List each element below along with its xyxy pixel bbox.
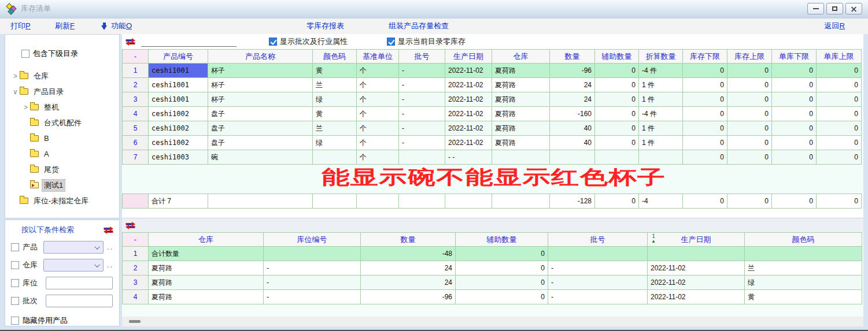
col-header[interactable]: 库存上限 [727,50,772,64]
cell[interactable]: - [399,64,445,78]
cell[interactable]: ceshi1002 [149,136,208,150]
cell[interactable]: 40 [550,121,595,136]
cell[interactable] [639,150,683,165]
cell[interactable]: -128 [550,194,595,209]
cell[interactable]: 4 [123,290,149,304]
col-header[interactable]: - [123,50,149,64]
cell[interactable]: 0 [817,136,862,150]
col-header[interactable]: 辅助数量 [456,233,548,247]
cell[interactable]: 绿 [313,136,357,150]
cell[interactable]: 黄 [313,64,357,78]
close-button[interactable] [845,3,862,14]
cell[interactable]: 2022-11-02 [445,92,492,107]
show-batch-checkbox[interactable] [269,38,277,46]
cell[interactable]: 0 [683,92,727,107]
cell[interactable] [550,150,595,165]
cell[interactable]: 个 [357,150,399,165]
cell[interactable]: 0 [727,78,772,92]
col-header[interactable]: 单库下限 [772,50,817,64]
cell[interactable]: 0 [683,150,727,165]
cell[interactable]: 0 [727,107,772,121]
cell[interactable]: 0 [595,194,639,209]
cell[interactable]: - [548,290,648,304]
cell[interactable]: 2 [123,261,149,276]
scrollbar-thumb[interactable] [129,320,141,323]
browse-button[interactable]: .. [107,243,113,251]
cell[interactable]: 杯子 [208,92,313,107]
cell[interactable] [648,247,745,261]
批次-input[interactable] [46,295,113,307]
cell[interactable]: ceshi1003 [149,150,208,165]
collapse-panel-icon[interactable] [104,226,113,234]
cell[interactable]: 0 [595,92,639,107]
cell[interactable]: 0 [772,92,817,107]
cell[interactable]: 2022-11-02 [445,107,492,121]
cell[interactable]: 24 [550,92,595,107]
cell[interactable]: 个 [357,78,399,92]
cell[interactable]: 1 件 [639,136,683,150]
cell[interactable]: 夏荷路 [492,136,550,150]
col-header[interactable]: 批号 [399,50,445,64]
cell[interactable]: 2022-11-02 [445,64,492,78]
cell[interactable]: 夏荷路 [492,107,550,121]
cell[interactable] [313,150,357,165]
cell[interactable]: 绿 [313,92,357,107]
col-header[interactable]: 折算数量 [639,50,683,64]
cell[interactable]: 夏荷路 [492,92,550,107]
cell[interactable]: 0 [772,150,817,165]
cell[interactable]: 夏荷路 [149,290,264,304]
cell[interactable]: 0 [772,64,817,78]
cell[interactable]: 0 [817,92,862,107]
chevron-down-icon[interactable] [93,259,103,271]
cell[interactable]: 夏荷路 [149,276,264,290]
chevron-right-icon[interactable]: > [21,103,30,111]
col-header[interactable]: - [123,233,149,247]
cell[interactable] [492,194,550,209]
cell[interactable]: 2 [123,78,149,92]
cell[interactable]: 0 [817,150,862,165]
tree-item-A[interactable]: A [5,146,119,162]
cell[interactable]: 夏荷路 [492,121,550,136]
table-row[interactable]: 2夏荷路-240-2022-11-02兰 [123,261,862,276]
cell[interactable]: 兰 [745,261,862,276]
assembly-stock-check-link[interactable]: 组装产品存量检查 [389,21,449,31]
cell[interactable]: 0 [727,136,772,150]
cell[interactable]: 2022-11-02 [648,261,745,276]
cell[interactable] [492,150,550,165]
cell[interactable]: 碗 [208,150,313,165]
cell[interactable]: -4 [639,194,683,209]
cell[interactable]: 盘子 [208,121,313,136]
table-row[interactable]: 3ceshi1001杯子绿个-2022-11-02夏荷路2401 件0000 [123,92,862,107]
cell[interactable] [595,150,639,165]
col-header[interactable]: 单库上限 [817,50,862,64]
table-row[interactable]: 7ceshi1003碗个- -0000 [123,150,862,165]
table-row[interactable]: 3夏荷路-240-2022-11-02绿 [123,276,862,290]
cell[interactable]: 1 件 [639,92,683,107]
cell[interactable]: 0 [456,247,548,261]
cell[interactable] [399,194,445,209]
col-header[interactable]: 数量 [550,50,595,64]
col-header[interactable]: 数量 [361,233,456,247]
cell[interactable]: 2022-11-02 [445,78,492,92]
col-header[interactable]: 仓库 [492,50,550,64]
table-row[interactable]: 6ceshi1002盘子绿个-2022-11-02夏荷路4001 件0000 [123,136,862,150]
cell[interactable]: 2022-11-02 [445,121,492,136]
cell[interactable]: 24 [361,261,456,276]
functions-menu-button[interactable]: 功能O [101,21,132,31]
cell[interactable]: - [399,121,445,136]
cell[interactable]: ceshi1002 [149,107,208,121]
cell[interactable]: 0 [595,136,639,150]
cell[interactable]: 0 [727,92,772,107]
cell[interactable]: 黄 [313,107,357,121]
cell[interactable] [548,247,648,261]
col-header[interactable]: 批号 [548,233,648,247]
cell[interactable]: 合计 7 [149,194,208,209]
cell[interactable]: 0 [727,194,772,209]
cell[interactable]: 0 [772,121,817,136]
cell[interactable]: 0 [817,121,862,136]
tree-item-台式机配件[interactable]: 台式机配件 [5,115,119,131]
hide-disabled-checkbox[interactable] [11,317,19,325]
col-header[interactable]: 基准单位 [357,50,399,64]
tree-item-产品目录[interactable]: ∨产品目录 [5,84,119,99]
cell[interactable]: 1 [123,64,149,78]
